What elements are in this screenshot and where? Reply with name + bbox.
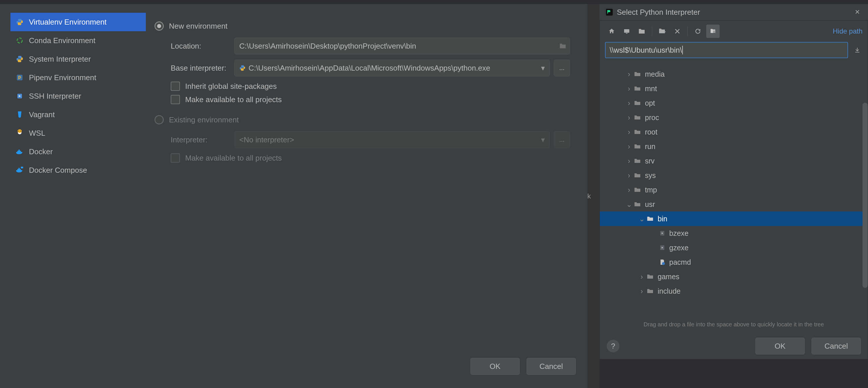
sidebar-item-conda-environment[interactable]: Conda Environment — [10, 31, 146, 50]
tree-folder-include[interactable]: ›include — [600, 284, 868, 298]
existing-env-radio[interactable]: Existing environment — [155, 115, 570, 124]
sidebar-item-vagrant[interactable]: Vagrant — [10, 105, 146, 124]
chevron-right-icon[interactable]: › — [625, 113, 633, 122]
pycharm-icon — [605, 8, 613, 16]
chevron-right-icon[interactable]: › — [625, 62, 633, 64]
sidebar-item-docker-compose[interactable]: Docker Compose — [10, 161, 146, 179]
sidebar-item-pipenv-environment[interactable]: Pipenv Environment — [10, 68, 146, 87]
folder-icon — [634, 71, 642, 77]
sidebar-item-wsl[interactable]: WSL — [10, 124, 146, 142]
sidebar-item-ssh-interpreter[interactable]: SSH Interpreter — [10, 87, 146, 105]
chevron-right-icon[interactable]: › — [625, 171, 633, 180]
fd-cancel-button[interactable]: Cancel — [812, 338, 861, 354]
chevron-right-icon[interactable]: › — [625, 70, 633, 79]
sidebar-item-virtualenv-environment[interactable]: Virtualenv Environment — [10, 13, 146, 31]
env-icon — [15, 128, 24, 138]
browse-folder-icon[interactable] — [559, 43, 566, 49]
folder-tree[interactable]: ›lost+found›media›mnt›opt›proc›root›run›… — [600, 62, 868, 318]
tree-folder-bin[interactable]: ⌄bin — [600, 211, 868, 226]
tree-folder-proc[interactable]: ›proc — [600, 110, 868, 125]
location-input[interactable]: C:\Users\Amirhosein\Desktop\pythonProjec… — [235, 38, 570, 54]
help-icon[interactable]: ? — [607, 340, 619, 352]
tree-node-label: media — [645, 70, 664, 79]
download-icon[interactable] — [852, 42, 863, 58]
tree-node-label: srv — [645, 157, 654, 165]
tree-folder-sys[interactable]: ›sys — [600, 168, 868, 183]
tree-folder-run[interactable]: ›run — [600, 139, 868, 154]
sidebar-item-label: System Interpreter — [29, 55, 91, 64]
radio-checked-icon — [155, 22, 164, 31]
text-cursor — [682, 46, 683, 54]
tree-node-label: tmp — [645, 186, 657, 194]
chevron-right-icon[interactable]: › — [625, 142, 633, 151]
chevron-right-icon[interactable]: › — [625, 186, 633, 194]
chevron-right-icon[interactable]: › — [638, 273, 646, 281]
chevron-right-icon[interactable]: › — [625, 128, 633, 136]
drag-drop-hint: Drag and drop a file into the space abov… — [600, 318, 868, 333]
sidebar-item-label: Pipenv Environment — [29, 73, 96, 82]
tree-file-bzexe[interactable]: bzexe — [600, 226, 868, 240]
tree-folder-mnt[interactable]: ›mnt — [600, 81, 868, 96]
tree-folder-opt[interactable]: ›opt — [600, 96, 868, 110]
sidebar-item-label: Docker — [29, 147, 53, 156]
available-all-checkbox-row[interactable]: Make available to all projects — [171, 95, 570, 104]
new-folder-icon[interactable] — [656, 25, 669, 38]
tree-folder-root[interactable]: ›root — [600, 125, 868, 139]
chevron-right-icon[interactable]: › — [625, 85, 633, 93]
select-interpreter-dialog: Select Python Interpreter ✕ — [599, 4, 868, 388]
folder-icon — [634, 100, 642, 106]
tree-folder-tmp[interactable]: ›tmp — [600, 183, 868, 197]
path-value: \\wsl$\Ubuntu\usr\bin\ — [610, 46, 682, 55]
chevron-down-icon[interactable]: ⌄ — [638, 215, 646, 223]
base-interp-label: Base interpreter: — [171, 64, 235, 72]
chevron-right-icon[interactable]: › — [638, 287, 646, 295]
svg-point-4 — [19, 130, 20, 131]
interpreter-dropdown[interactable]: <No interpreter> ▾ — [235, 131, 550, 148]
folder-icon — [647, 215, 655, 222]
chevron-right-icon[interactable]: › — [625, 157, 633, 165]
fd-title: Select Python Interpreter — [617, 8, 700, 17]
sidebar-item-docker[interactable]: Docker — [10, 142, 146, 161]
ok-button[interactable]: OK — [470, 358, 520, 375]
chevron-right-icon[interactable]: › — [625, 99, 633, 107]
checkbox-icon — [171, 82, 180, 91]
tree-folder-lost+found[interactable]: ›lost+found — [600, 62, 868, 67]
base-interp-dropdown[interactable]: C:\Users\Amirhosein\AppData\Local\Micros… — [235, 60, 550, 77]
close-icon[interactable]: ✕ — [852, 8, 862, 16]
tree-file-pacmd[interactable]: pacmd — [600, 255, 868, 269]
sidebar-item-label: Virtualenv Environment — [29, 18, 106, 27]
tree-node-label: include — [658, 287, 681, 295]
checkbox-icon — [171, 153, 180, 162]
env-icon — [15, 17, 24, 27]
chevron-down-icon[interactable]: ⌄ — [625, 200, 633, 209]
folder-icon — [634, 129, 642, 135]
radio-unchecked-icon — [155, 115, 164, 124]
home-icon[interactable] — [605, 25, 618, 38]
refresh-icon[interactable] — [691, 25, 705, 38]
tree-folder-games[interactable]: ›games — [600, 269, 868, 284]
tree-folder-usr[interactable]: ⌄usr — [600, 197, 868, 211]
browse-interp-button[interactable]: ... — [554, 131, 570, 148]
location-value: C:\Users\Amirhosein\Desktop\pythonProjec… — [239, 42, 416, 51]
new-env-radio[interactable]: New environment — [155, 22, 570, 31]
svg-point-14 — [662, 262, 665, 265]
hide-path-link[interactable]: Hide path — [833, 27, 863, 35]
tree-folder-media[interactable]: ›media — [600, 67, 868, 81]
sidebar-item-label: Docker Compose — [29, 166, 87, 175]
project-folder-icon[interactable] — [635, 25, 648, 38]
browse-base-interp-button[interactable]: ... — [554, 60, 570, 77]
sidebar-item-system-interpreter[interactable]: System Interpreter — [10, 50, 146, 68]
show-hidden-icon[interactable] — [706, 25, 720, 38]
inherit-checkbox-row[interactable]: Inherit global site-packages — [171, 82, 570, 91]
scrollbar[interactable] — [863, 103, 868, 288]
env-icon — [15, 73, 24, 82]
svg-rect-6 — [21, 167, 23, 169]
desktop-icon[interactable] — [620, 25, 633, 38]
cancel-button[interactable]: Cancel — [527, 358, 576, 375]
tree-folder-srv[interactable]: ›srv — [600, 154, 868, 168]
tree-node-label: sys — [645, 171, 656, 180]
delete-icon[interactable] — [671, 25, 684, 38]
path-input[interactable]: \\wsl$\Ubuntu\usr\bin\ — [605, 42, 848, 58]
tree-file-gzexe[interactable]: gzexe — [600, 240, 868, 255]
fd-ok-button[interactable]: OK — [755, 338, 805, 354]
